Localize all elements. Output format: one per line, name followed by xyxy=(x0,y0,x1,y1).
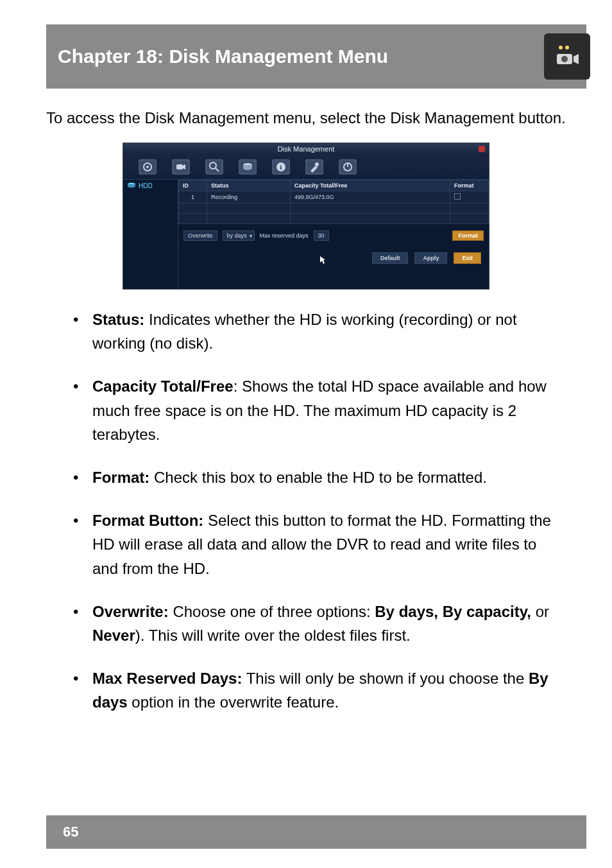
svg-point-12 xyxy=(315,162,319,166)
col-id: ID xyxy=(179,180,207,191)
intro-paragraph: To access the Disk Management menu, sele… xyxy=(46,103,566,134)
bullet-text: Indicates whether the HD is working (rec… xyxy=(92,311,517,352)
bullet-text: This will only be shown if you choose th… xyxy=(242,670,528,687)
figure-body: HDD ID Status Capacity Total/Free Format… xyxy=(123,180,489,289)
col-capacity: Capacity Total/Free xyxy=(291,180,450,191)
bullet-bold: Capacity Total/Free xyxy=(92,378,234,395)
format-button[interactable]: Format xyxy=(452,230,484,241)
disk-management-screenshot: Disk Management i HDD xyxy=(123,143,489,290)
close-icon[interactable] xyxy=(479,146,485,152)
bullet-capacity: Capacity Total/Free: Shows the total HD … xyxy=(73,374,556,446)
hdd-side-icon xyxy=(127,182,136,190)
toolbar: i xyxy=(123,154,489,180)
bullet-bold2: By days, By capacity, xyxy=(375,603,531,620)
table-row-empty xyxy=(179,214,489,224)
svg-point-1 xyxy=(565,46,569,49)
bullet-text: ). This will write over the oldest files… xyxy=(135,627,411,644)
figure-footer: Default Apply Exit xyxy=(178,247,489,270)
hdd-table: ID Status Capacity Total/Free Format 1 R… xyxy=(178,180,489,224)
overwrite-mode-select[interactable]: by days xyxy=(223,230,255,241)
figure-main: ID Status Capacity Total/Free Format 1 R… xyxy=(178,180,489,289)
bullet-format-button: Format Button: Select this button to for… xyxy=(73,508,556,580)
bullet-text: option in the overwrite feature. xyxy=(128,693,339,711)
body-area: To access the Disk Management menu, sele… xyxy=(46,103,566,733)
cell-id: 1 xyxy=(179,191,207,204)
bullet-bold: Status: xyxy=(92,311,144,328)
svg-point-7 xyxy=(210,162,216,169)
info-icon[interactable]: i xyxy=(272,159,290,175)
bullet-status: Status: Indicates whether the HD is work… xyxy=(73,308,556,355)
svg-point-5 xyxy=(146,166,149,168)
hdd-icon[interactable] xyxy=(239,159,257,175)
window-title-bar: Disk Management xyxy=(123,143,489,154)
bullet-text: Choose one of three options: xyxy=(169,603,375,620)
dvr-camera-icon xyxy=(553,41,581,72)
bullet-overwrite: Overwrite: Choose one of three options: … xyxy=(73,600,556,647)
overwrite-label: Overwrite xyxy=(183,230,217,241)
page-footer: 65 xyxy=(46,815,586,849)
col-status: Status xyxy=(207,180,291,191)
col-format: Format xyxy=(450,180,489,191)
power-icon[interactable] xyxy=(339,159,357,175)
header-icon-box xyxy=(544,33,590,80)
chapter-header: Chapter 18: Disk Management Menu xyxy=(46,24,586,89)
default-button[interactable]: Default xyxy=(372,252,409,264)
magnifier-icon[interactable] xyxy=(205,159,223,175)
bullet-bold: Format Button: xyxy=(92,512,203,529)
overwrite-row: Overwrite by days Max reserved days 30 F… xyxy=(178,224,489,247)
svg-point-3 xyxy=(561,56,568,62)
bullet-bold: Overwrite: xyxy=(92,603,169,620)
cell-capacity: 499.8G/473.0G xyxy=(291,191,450,204)
cell-status: Recording xyxy=(207,191,291,204)
bullet-bold: Max Reserved Days: xyxy=(92,670,242,687)
exit-button[interactable]: Exit xyxy=(454,252,481,264)
format-checkbox[interactable] xyxy=(454,193,461,200)
svg-point-0 xyxy=(559,46,563,49)
max-reserved-label: Max reserved days xyxy=(260,232,309,239)
sidebar: HDD xyxy=(123,180,178,289)
apply-button[interactable]: Apply xyxy=(414,252,447,264)
bullet-bold: Format: xyxy=(92,469,149,486)
table-row: 1 Recording 499.8G/473.0G xyxy=(179,191,489,204)
sidebar-label: HDD xyxy=(139,182,153,189)
svg-rect-6 xyxy=(176,164,183,169)
table-row-empty xyxy=(179,204,489,214)
svg-text:i: i xyxy=(280,164,282,171)
chapter-title: Chapter 18: Disk Management Menu xyxy=(58,46,388,67)
cell-format xyxy=(450,191,489,204)
camera-icon[interactable] xyxy=(172,159,190,175)
max-reserved-value[interactable]: 30 xyxy=(314,230,329,241)
bullet-max-reserved: Max Reserved Days: This will only be sho… xyxy=(73,666,556,714)
svg-line-8 xyxy=(216,168,219,171)
bullet-text: or xyxy=(531,603,549,620)
window-title: Disk Management xyxy=(278,145,335,153)
document-page: Chapter 18: Disk Management Menu To acce… xyxy=(0,0,612,868)
settings-general-icon[interactable] xyxy=(139,159,157,175)
bullet-bold3: Never xyxy=(92,627,135,644)
tools-icon[interactable] xyxy=(305,159,323,175)
table-header-row: ID Status Capacity Total/Free Format xyxy=(179,180,489,191)
bullet-format: Format: Check this box to enable the HD … xyxy=(73,465,556,489)
overwrite-mode-value: by days xyxy=(227,232,247,239)
bullet-list: Status: Indicates whether the HD is work… xyxy=(46,308,566,714)
page-number: 65 xyxy=(63,824,78,840)
bullet-text: Check this box to enable the HD to be fo… xyxy=(149,469,487,486)
cursor-icon xyxy=(319,256,326,265)
